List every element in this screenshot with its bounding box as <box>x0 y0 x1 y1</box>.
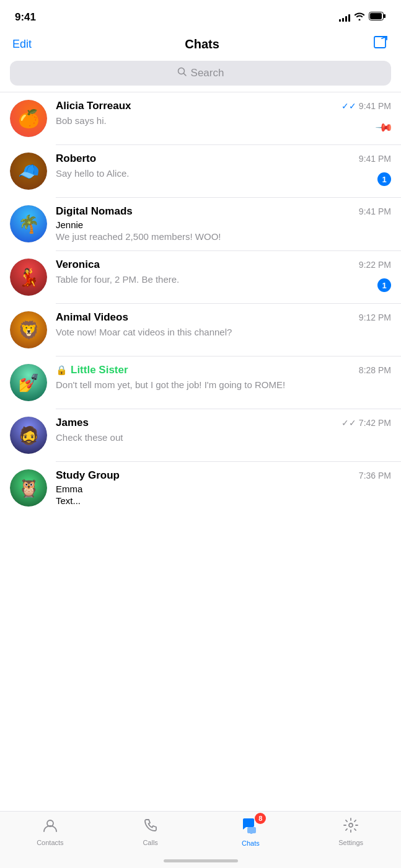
edit-button[interactable]: Edit <box>12 38 32 51</box>
pin-icon-alicia: 📌 <box>374 118 394 137</box>
avatar-sister: 💅 <box>10 364 47 401</box>
chat-time-james: ✓✓ 7:42 PM <box>342 418 391 428</box>
chat-content-animal: Animal Videos 9:12 PM Vote now! Moar cat… <box>56 311 391 339</box>
chat-name-roberto: Roberto <box>56 153 96 165</box>
chat-time-alicia: ✓✓ 9:41 PM <box>342 101 391 111</box>
chats-badge: 8 <box>255 813 266 824</box>
chat-time-digital: 9:41 PM <box>359 206 391 216</box>
chat-time-study: 7:36 PM <box>359 471 391 480</box>
avatar-veronica: 💃 <box>10 259 47 296</box>
chat-item-digital[interactable]: 🌴 Digital Nomads 9:41 PM Jennie We just … <box>0 198 401 250</box>
chat-name-veronica: Veronica <box>56 259 100 271</box>
avatar-roberto: 🧢 <box>10 153 47 190</box>
chat-preview-james: Check these out <box>56 432 123 443</box>
chat-time-animal: 9:12 PM <box>359 312 391 322</box>
chat-content-digital: Digital Nomads 9:41 PM Jennie We just re… <box>56 205 391 243</box>
nav-label-chats: Chats <box>242 839 260 847</box>
nav-label-settings: Settings <box>338 839 363 846</box>
chat-time-veronica: 9:22 PM <box>359 260 391 270</box>
badge-roberto: 1 <box>377 172 391 186</box>
chat-preview-study: Text... <box>56 495 81 506</box>
chat-content-sister: 🔒 Little Sister 8:28 PM Don't tell mom y… <box>56 364 391 391</box>
wifi-icon <box>354 12 365 23</box>
nav-items: Contacts Calls 8 Chats <box>0 812 401 853</box>
contacts-icon <box>42 817 58 837</box>
nav-contacts[interactable]: Contacts <box>0 817 100 846</box>
chat-content-veronica: Veronica 9:22 PM Table for four, 2 PM. B… <box>56 259 391 286</box>
chat-content-roberto: Roberto 9:41 PM Say hello to Alice. <box>56 153 391 180</box>
page-title: Chats <box>185 37 219 51</box>
chat-content-james: James ✓✓ 7:42 PM Check these out <box>56 417 391 444</box>
chat-item-james[interactable]: 🧔 James ✓✓ 7:42 PM Check these out <box>0 409 401 461</box>
nav-label-contacts: Contacts <box>37 839 63 846</box>
status-icons <box>339 12 386 23</box>
avatar-animal: 🦁 <box>10 311 47 348</box>
chat-name-animal: Animal Videos <box>56 311 128 324</box>
chat-preview-sister: Don't tell mom yet, but I got the job! I… <box>56 379 285 390</box>
chat-item-veronica[interactable]: 💃 Veronica 9:22 PM Table for four, 2 PM.… <box>0 251 401 303</box>
avatar-digital: 🌴 <box>10 205 47 242</box>
sender-digital: Jennie <box>56 219 391 230</box>
chat-time-sister: 8:28 PM <box>359 365 391 375</box>
compose-button[interactable] <box>372 35 389 53</box>
chat-preview-veronica: Table for four, 2 PM. Be there. <box>56 274 179 285</box>
nav-calls[interactable]: Calls <box>100 817 201 846</box>
chat-list: 🍊 Alicia Torreaux ✓✓ 9:41 PM Bob says hi… <box>0 92 401 515</box>
search-bar[interactable]: Search <box>10 61 391 86</box>
chat-preview-animal: Vote now! Moar cat videos in this channe… <box>56 327 232 337</box>
sender-study: Emma <box>56 484 391 494</box>
svg-rect-2 <box>370 13 382 19</box>
chat-preview-roberto: Say hello to Alice. <box>56 168 129 179</box>
chats-icon: 8 <box>241 817 260 838</box>
settings-icon <box>343 817 359 837</box>
chat-name-alicia: Alicia Torreaux <box>56 100 131 112</box>
calls-icon <box>143 817 159 837</box>
chat-preview-digital: We just reached 2,500 members! WOO! <box>56 231 221 242</box>
chat-content-study: Study Group 7:36 PM Emma Text... <box>56 469 391 507</box>
status-bar: 9:41 <box>0 0 401 31</box>
bottom-nav: Contacts Calls 8 Chats <box>0 811 401 868</box>
chat-name-study: Study Group <box>56 469 120 482</box>
chat-item-alicia[interactable]: 🍊 Alicia Torreaux ✓✓ 9:41 PM Bob says hi… <box>0 92 401 144</box>
search-container: Search <box>0 61 401 92</box>
chat-content-alicia: Alicia Torreaux ✓✓ 9:41 PM Bob says hi. … <box>56 100 391 127</box>
chat-item-sister[interactable]: 💅 🔒 Little Sister 8:28 PM Don't tell mom… <box>0 356 401 409</box>
avatar-study: 🦉 <box>10 469 47 507</box>
lock-icon-sister: 🔒 <box>56 365 68 376</box>
chat-item-roberto[interactable]: 🧢 Roberto 9:41 PM Say hello to Alice. 1 <box>0 145 401 197</box>
chat-item-animal[interactable]: 🦁 Animal Videos 9:12 PM Vote now! Moar c… <box>0 304 401 356</box>
chat-item-study[interactable]: 🦉 Study Group 7:36 PM Emma Text... <box>0 462 401 515</box>
nav-label-calls: Calls <box>143 839 157 846</box>
nav-chats[interactable]: 8 Chats <box>201 817 301 847</box>
home-indicator <box>0 853 401 868</box>
chat-name-sister: 🔒 Little Sister <box>56 364 128 376</box>
header: Edit Chats <box>0 31 401 61</box>
svg-rect-1 <box>384 14 386 18</box>
nav-settings[interactable]: Settings <box>301 817 401 846</box>
avatar-james: 🧔 <box>10 417 47 454</box>
chat-time-roberto: 9:41 PM <box>359 154 391 164</box>
avatar-alicia: 🍊 <box>10 100 47 137</box>
home-bar <box>164 859 238 862</box>
search-placeholder: Search <box>191 67 224 79</box>
chat-name-digital: Digital Nomads <box>56 205 133 218</box>
battery-icon <box>369 12 386 23</box>
search-icon <box>177 67 187 79</box>
read-check-alicia: ✓✓ <box>342 101 356 111</box>
status-time: 9:41 <box>15 11 36 24</box>
svg-point-6 <box>349 823 353 827</box>
read-check-james: ✓✓ <box>342 418 356 428</box>
badge-veronica: 1 <box>377 278 391 292</box>
chat-name-james: James <box>56 417 89 429</box>
signal-icon <box>339 13 350 22</box>
chat-preview-alicia: Bob says hi. <box>56 114 107 127</box>
